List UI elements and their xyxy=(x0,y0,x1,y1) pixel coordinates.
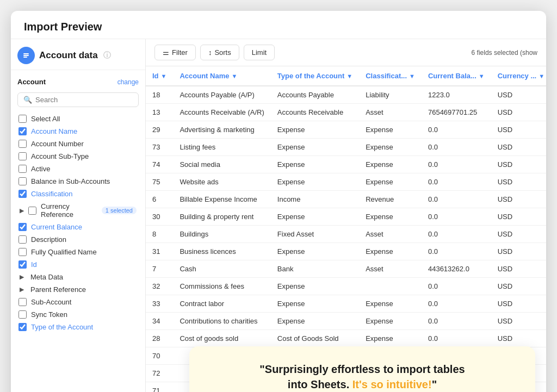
table-row: 30Building & property rentExpenseExpense… xyxy=(146,208,546,226)
account-sub-type-checkbox[interactable] xyxy=(18,152,27,160)
list-item[interactable]: Id xyxy=(17,258,139,271)
search-input[interactable] xyxy=(35,96,133,104)
col-header-account-name[interactable]: Account Name ▼ xyxy=(173,66,270,86)
active-checkbox[interactable] xyxy=(18,165,27,173)
list-item[interactable]: Account Number xyxy=(17,138,139,150)
filter-button[interactable]: ⚌ Filter xyxy=(154,45,196,60)
cell-currency: USD xyxy=(491,243,546,260)
sort-icon: ▼ xyxy=(479,73,485,79)
balance-sub-checkbox[interactable] xyxy=(18,177,27,185)
cell-id: 33 xyxy=(146,295,173,313)
list-item[interactable]: Current Balance xyxy=(17,221,139,233)
table-row: 18Accounts Payable (A/P)Accounts Payable… xyxy=(146,86,546,104)
table-row: 8BuildingsFixed AssetAsset0.0USD xyxy=(146,226,546,243)
cell-balance: 0.0 xyxy=(422,243,491,260)
list-item[interactable]: Active xyxy=(17,163,139,175)
search-box[interactable]: 🔍 xyxy=(17,92,139,107)
cell-id: 70 xyxy=(146,347,173,365)
fqn-checkbox[interactable] xyxy=(18,248,27,256)
sidebar-section-header: Account change xyxy=(17,74,139,89)
cell-id: 8 xyxy=(146,226,173,243)
sub-account-label: Sub-Account xyxy=(31,298,137,306)
cell-name: Billable Expense Income xyxy=(173,191,270,208)
cell-type: Accounts Payable xyxy=(271,86,359,104)
id-checkbox[interactable] xyxy=(18,260,27,269)
col-balance-label: Current Bala... xyxy=(428,72,476,80)
cell-type: Expense xyxy=(271,121,359,139)
list-item[interactable]: Select All xyxy=(17,113,139,125)
sort-icon: ▼ xyxy=(539,73,544,79)
list-item[interactable]: Classification xyxy=(17,188,139,200)
cell-name: Accounts Payable (A/P) xyxy=(173,86,270,104)
cell-currency: USD xyxy=(491,156,546,173)
list-item[interactable]: Sync Token xyxy=(17,308,139,321)
cell-name: Contributions to charities xyxy=(173,313,270,330)
cell-currency: USD xyxy=(491,173,546,191)
col-header-type[interactable]: Type of the Account ▼ xyxy=(271,66,359,86)
account-number-checkbox[interactable] xyxy=(18,140,27,148)
col-header-id[interactable]: Id ▼ xyxy=(146,66,173,86)
limit-button[interactable]: Limit xyxy=(244,45,275,60)
cell-id: 29 xyxy=(146,121,173,139)
list-item[interactable]: ▶ Parent Reference xyxy=(17,283,139,296)
cell-classification xyxy=(359,278,422,295)
cell-id: 72 xyxy=(146,365,173,382)
cell-name: Website ads xyxy=(173,173,270,191)
account-sub-type-label: Account Sub-Type xyxy=(31,152,137,160)
list-item[interactable]: Balance in Sub-Accounts xyxy=(17,175,139,188)
list-item[interactable]: Account Sub-Type xyxy=(17,150,139,163)
change-link[interactable]: change xyxy=(117,78,139,86)
list-item[interactable]: Sub-Account xyxy=(17,296,139,308)
list-item[interactable]: ▶ Currency Reference 1 selected xyxy=(17,200,139,221)
sub-account-checkbox[interactable] xyxy=(18,298,27,306)
select-all-checkbox[interactable] xyxy=(18,115,27,123)
list-item[interactable]: Fully Qualified Name xyxy=(17,246,139,258)
currency-ref-checkbox[interactable] xyxy=(28,207,36,215)
cell-currency: USD xyxy=(491,139,546,156)
cell-classification: Expense xyxy=(359,139,422,156)
cell-id: 13 xyxy=(146,104,173,121)
account-name-checkbox[interactable] xyxy=(18,127,27,135)
current-balance-checkbox[interactable] xyxy=(18,223,27,231)
table-row: 28Cost of goods soldCost of Goods SoldEx… xyxy=(146,330,546,347)
cell-id: 34 xyxy=(146,313,173,330)
sync-token-checkbox[interactable] xyxy=(18,310,27,319)
type-account-checkbox[interactable] xyxy=(18,323,27,331)
sidebar-section-label: Account xyxy=(17,78,46,86)
cell-balance: 0.0 xyxy=(422,208,491,226)
description-checkbox[interactable] xyxy=(18,235,27,244)
list-item[interactable]: ▶ Meta Data xyxy=(17,271,139,283)
sort-icon: ▼ xyxy=(409,73,415,79)
cell-balance: 0.0 xyxy=(422,330,491,347)
col-class-label: Classificat... xyxy=(366,72,407,80)
sidebar-data-title: Account data xyxy=(39,50,98,61)
expand-arrow-icon: ▶ xyxy=(20,273,24,281)
table-row: 75Website adsExpenseExpense0.0USD xyxy=(146,173,546,191)
cell-name: Contract labor xyxy=(173,295,270,313)
window-title: Import Preview xyxy=(11,11,546,39)
cell-name: Building & property rent xyxy=(173,208,270,226)
cell-classification: Asset xyxy=(359,260,422,278)
cell-name: Buildings xyxy=(173,226,270,243)
cell-id: 75 xyxy=(146,173,173,191)
cell-classification: Asset xyxy=(359,104,422,121)
sort-icon: ▼ xyxy=(231,73,237,79)
cell-classification: Expense xyxy=(359,208,422,226)
list-item[interactable]: Description xyxy=(17,233,139,246)
id-label: Id xyxy=(31,260,137,269)
cell-currency: USD xyxy=(491,313,546,330)
table-container[interactable]: Id ▼ Account Name ▼ xyxy=(146,66,546,392)
col-header-classification[interactable]: Classificat... ▼ xyxy=(359,66,422,86)
cell-name: Accounts Receivable (A/R) xyxy=(173,104,270,121)
col-header-balance[interactable]: Current Bala... ▼ xyxy=(422,66,491,86)
table-row: 34Contributions to charitiesExpenseExpen… xyxy=(146,313,546,330)
select-all-label: Select All xyxy=(31,115,137,123)
cell-id: 31 xyxy=(146,243,173,260)
account-name-label: Account Name xyxy=(31,127,137,135)
list-item[interactable]: Account Name xyxy=(17,125,139,138)
classification-checkbox[interactable] xyxy=(18,190,27,198)
cell-name: Cost of goods sold xyxy=(173,330,270,347)
list-item[interactable]: Type of the Account xyxy=(17,321,139,333)
col-header-currency[interactable]: Currency ... ▼ xyxy=(491,66,546,86)
sorts-button[interactable]: ↕ Sorts xyxy=(200,45,239,60)
